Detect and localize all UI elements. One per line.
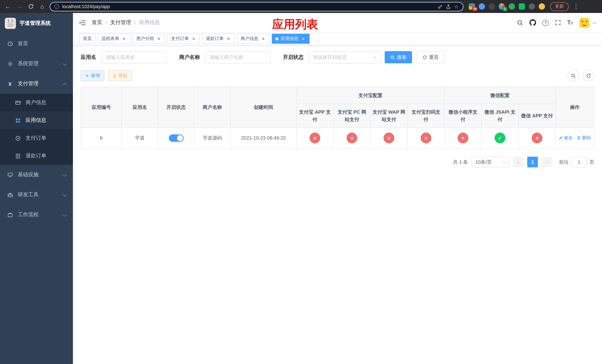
cell-actions: 修改 删除: [556, 128, 594, 148]
toggle-search-button[interactable]: [568, 70, 579, 81]
sidebar-item-merchant-info[interactable]: 商户信息: [0, 94, 73, 111]
close-icon[interactable]: ×: [191, 36, 196, 41]
sidebar-item-pay-order[interactable]: 支付订单: [0, 129, 73, 147]
browser-refresh-button[interactable]: [27, 2, 35, 11]
export-button[interactable]: 导出: [108, 70, 132, 81]
extension-blue-icon[interactable]: [479, 3, 485, 10]
browser-address-bar[interactable]: i localhost:1024/pay/app ☆: [50, 2, 463, 11]
page-1-button[interactable]: 1: [527, 157, 538, 167]
sidebar: 芋道管理系统 首页 系统管理 ¥ 支付管理: [0, 13, 73, 364]
alipay-pc-status-icon: ×: [346, 133, 357, 143]
sidebar-item-label: 退款订单: [26, 152, 46, 159]
extension-colorful-icon[interactable]: 1: [499, 3, 505, 10]
col-group-alipay: 支付宝配置: [296, 87, 444, 104]
close-icon[interactable]: ×: [301, 36, 306, 41]
sidebar-item-payment[interactable]: ¥ 支付管理: [0, 74, 73, 94]
header-search-icon[interactable]: [517, 20, 523, 26]
browser-update-button[interactable]: 更新: [550, 2, 569, 11]
tab-home[interactable]: 首页: [79, 34, 96, 44]
tab-user-group[interactable]: 用户分组 ×: [133, 34, 165, 44]
sidebar-item-app-info[interactable]: 应用信息: [0, 111, 73, 129]
site-info-icon[interactable]: i: [54, 4, 59, 9]
sidebar-collapse-icon[interactable]: [79, 20, 86, 25]
extension-green-circle-icon[interactable]: [509, 3, 515, 10]
breadcrumb-payment[interactable]: 支付管理: [110, 19, 131, 26]
tab-process-form[interactable]: 流程表单 ×: [98, 34, 130, 44]
alipay-wap-status-icon: ×: [384, 133, 394, 143]
sidebar-item-devtools[interactable]: 研发工具: [0, 185, 73, 205]
refresh-table-button[interactable]: [583, 70, 594, 81]
monitor-icon: [7, 172, 13, 178]
browser-back-button[interactable]: ←: [4, 2, 12, 11]
close-icon[interactable]: ×: [156, 36, 161, 41]
sidebar-item-home[interactable]: 首页: [0, 34, 73, 54]
page-size-select[interactable]: 10条/页: [472, 157, 509, 167]
extension-green-square-icon[interactable]: [519, 3, 525, 10]
tab-pay-order[interactable]: 支付订单 ×: [167, 34, 200, 44]
font-size-icon[interactable]: TT: [567, 20, 573, 26]
goto-page-input[interactable]: [571, 157, 587, 167]
export-button-label: 导出: [118, 73, 127, 79]
browser-home-button[interactable]: ⌂: [38, 2, 46, 11]
cell-status: [158, 128, 194, 148]
add-button[interactable]: 新增: [81, 70, 104, 81]
fullscreen-icon[interactable]: [555, 20, 561, 26]
breadcrumb-home[interactable]: 首页: [92, 19, 102, 26]
bookmark-star-icon[interactable]: ☆: [454, 3, 459, 10]
prev-page-button[interactable]: ‹: [513, 157, 524, 167]
reset-button[interactable]: 重置: [417, 51, 444, 63]
close-icon[interactable]: ×: [261, 36, 266, 41]
wx-lite-status-icon: ×: [458, 133, 468, 143]
search-button[interactable]: 搜索: [385, 51, 412, 63]
extension-badge: 1: [503, 7, 507, 11]
cell-merchant: 芋道源码: [194, 128, 230, 148]
extension-dark-icon[interactable]: [489, 3, 495, 10]
col-header-app-id: 应用编号: [81, 87, 122, 128]
wx-jsapi-status-icon: ✓: [495, 133, 505, 143]
tab-app-info[interactable]: 应用信息 ×: [272, 34, 310, 44]
sidebar-item-system[interactable]: 系统管理: [0, 54, 73, 74]
share-icon[interactable]: [446, 4, 451, 9]
payment-submenu: 商户信息 应用信息 支付订单: [0, 94, 73, 165]
status-toggle[interactable]: [169, 134, 183, 142]
table-toolbar: 新增 导出: [81, 70, 594, 81]
dashboard-icon: [7, 41, 13, 47]
avatar-dropdown-caret[interactable]: [592, 20, 596, 24]
tab-refund-order[interactable]: 退款订单 ×: [202, 34, 235, 44]
pagination: 共 1 条 10条/页 ‹ 1 › 前往 页: [81, 157, 594, 167]
next-page-button[interactable]: ›: [542, 157, 552, 167]
wx-app-status-icon: ×: [532, 133, 542, 143]
help-icon[interactable]: ?: [542, 20, 549, 26]
status-select[interactable]: 请选择开启状态: [308, 51, 381, 63]
chevron-down-icon: [63, 61, 66, 67]
delete-link[interactable]: 删除: [577, 135, 591, 141]
cell-app-id: 6: [81, 128, 122, 148]
close-icon[interactable]: ×: [121, 36, 127, 41]
password-key-icon[interactable]: [438, 4, 443, 9]
add-button-label: 新增: [91, 73, 100, 79]
extension-face-icon[interactable]: [539, 3, 545, 10]
col-header-wx-app: 微信 APP 支付: [518, 104, 556, 128]
tab-merchant-info[interactable]: 商户信息 ×: [237, 34, 269, 44]
close-icon[interactable]: ×: [226, 36, 231, 41]
app-name-input[interactable]: [101, 51, 167, 63]
edit-link[interactable]: 修改: [559, 135, 573, 141]
user-avatar[interactable]: [580, 18, 589, 28]
chevron-down-icon: [373, 55, 376, 58]
sidebar-item-infrastructure[interactable]: 基础设施: [0, 165, 73, 185]
github-icon[interactable]: [529, 19, 536, 26]
merchant-name-input[interactable]: [205, 51, 271, 63]
main-area: 应用列表 首页 / 支付管理 / 应用信息: [73, 13, 602, 364]
sidebar-item-label: 系统管理: [18, 60, 39, 67]
col-header-alipay-qr: 支付宝扫码支付: [408, 104, 444, 128]
extension-grid-icon[interactable]: 10: [469, 3, 475, 10]
sidebar-item-refund-order[interactable]: 退款订单: [0, 147, 73, 165]
browser-forward-button[interactable]: →: [15, 2, 23, 11]
browser-menu-icon[interactable]: ⋮: [572, 2, 580, 11]
sidebar-item-workflow[interactable]: 工作流程: [0, 205, 73, 225]
app-table: 应用编号 应用名 开启状态 商户名称 创建时间 支付宝配置 微信配置 操作 支付…: [81, 87, 594, 149]
col-header-wx-jsapi: 微信 JSAPI 支付: [482, 104, 518, 128]
pagination-total: 共 1 条: [453, 159, 468, 165]
extension-gray-icon[interactable]: [529, 3, 535, 10]
browser-toolbar: ← → ⌂ i localhost:1024/pay/app ☆ 10 1: [0, 0, 602, 13]
